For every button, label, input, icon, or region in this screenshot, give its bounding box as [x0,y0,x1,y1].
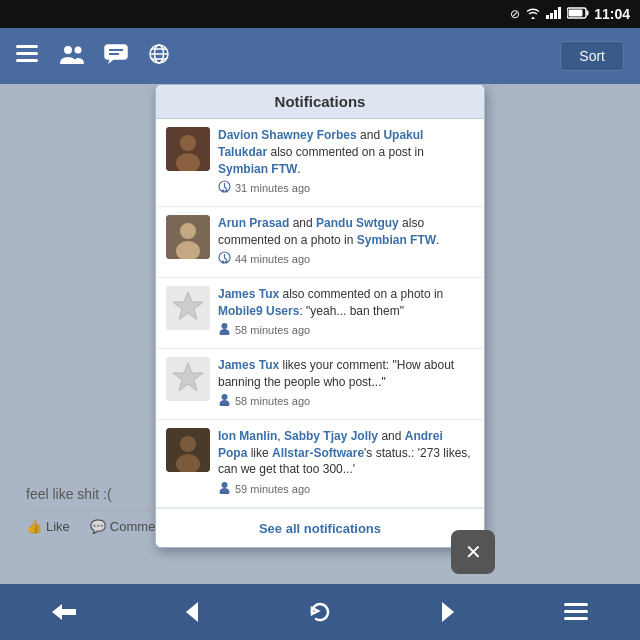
close-button[interactable]: ✕ [451,530,495,574]
notification-item: Ion Manlin, Sabby Tjay Jolly and Andrei … [156,420,484,508]
avatar [166,286,210,330]
svg-point-10 [64,46,72,54]
notification-list: Davion Shawney Forbes and Upakul Talukda… [156,119,484,508]
svg-marker-51 [186,602,198,622]
svg-rect-0 [546,15,549,19]
svg-rect-7 [16,45,38,48]
svg-rect-5 [587,11,589,16]
svg-rect-9 [16,59,38,62]
svg-point-44 [220,400,230,406]
status-icons: ⊘ 11:04 [510,6,630,22]
svg-point-27 [222,190,225,193]
back-button[interactable] [42,590,86,634]
notification-text: James Tux also commented on a photo in M… [218,286,474,340]
notification-item: James Tux likes your comment: "How about… [156,349,484,420]
status-time: 11:04 [594,6,630,22]
notification-item: Arun Prasad and Pandu Swtguy also commen… [156,207,484,278]
svg-rect-8 [16,52,38,55]
svg-rect-56 [564,617,588,620]
notification-time: 44 minutes ago [218,251,474,268]
notification-text: Davion Shawney Forbes and Upakul Talukda… [218,127,474,198]
see-all-link[interactable]: See all notifications [259,521,381,536]
svg-line-26 [225,187,228,189]
time-icon [218,251,231,268]
refresh-button[interactable] [298,590,342,634]
avatar [166,357,210,401]
svg-point-48 [222,482,228,488]
person-icon [218,393,231,410]
notification-text: Ion Manlin, Sabby Tjay Jolly and Andrei … [218,428,474,499]
svg-rect-12 [105,45,127,59]
svg-point-30 [180,223,196,239]
menu-button[interactable] [554,590,598,634]
svg-point-49 [220,488,230,494]
svg-rect-2 [554,10,557,19]
signal-bars-icon [546,7,562,22]
svg-point-35 [222,261,225,264]
svg-point-22 [180,135,196,151]
svg-rect-54 [564,603,588,606]
sort-button[interactable]: Sort [560,41,624,71]
nav-bar: Sort [0,28,640,84]
wifi-icon [525,7,541,22]
person-icon [218,481,231,498]
svg-point-36 [225,261,228,264]
svg-rect-3 [558,7,561,19]
notification-time: 58 minutes ago [218,322,474,339]
svg-rect-1 [550,13,553,19]
status-bar: ⊘ 11:04 [0,0,640,28]
svg-point-46 [180,436,196,452]
battery-icon [567,7,589,21]
notification-time: 31 minutes ago [218,180,474,197]
nav-left-icons [16,43,170,70]
main-content: feel like shit :( 👍 Like 💬 Comment Notif… [0,84,640,584]
svg-point-11 [75,46,82,53]
see-all-notifications[interactable]: See all notifications [156,508,484,547]
chat-icon[interactable] [104,44,128,69]
svg-rect-6 [569,10,583,17]
notification-text: James Tux likes your comment: "How about… [218,357,474,411]
globe-icon[interactable] [148,43,170,70]
menu-icon[interactable] [16,45,38,68]
notification-time: 59 minutes ago [218,481,474,498]
person-icon [218,322,231,339]
svg-line-34 [225,258,228,260]
svg-point-40 [220,329,230,335]
svg-point-43 [222,394,228,400]
no-signal-icon: ⊘ [510,7,520,21]
next-button[interactable] [426,590,470,634]
svg-marker-53 [442,602,454,622]
svg-rect-55 [564,610,588,613]
notification-text: Arun Prasad and Pandu Swtguy also commen… [218,215,474,269]
close-icon: ✕ [465,540,482,564]
svg-point-28 [225,190,228,193]
notification-header: Notifications [156,85,484,119]
avatar [166,215,210,259]
avatar [166,428,210,472]
bottom-nav [0,584,640,640]
svg-point-39 [222,323,228,329]
svg-marker-50 [52,604,76,620]
friends-icon[interactable] [58,44,84,69]
notification-panel: Notifications Davion Shawney Forbes and … [155,84,485,548]
prev-button[interactable] [170,590,214,634]
svg-marker-52 [312,608,318,614]
notification-item: James Tux also commented on a photo in M… [156,278,484,349]
notification-item: Davion Shawney Forbes and Upakul Talukda… [156,119,484,207]
avatar [166,127,210,171]
notification-time: 58 minutes ago [218,393,474,410]
time-icon [218,180,231,197]
